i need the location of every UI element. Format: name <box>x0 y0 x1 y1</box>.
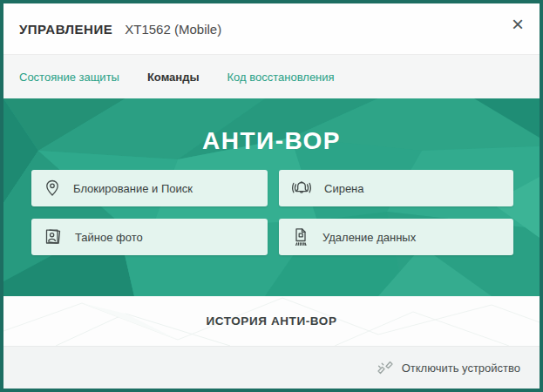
siren-bell-icon <box>290 179 313 198</box>
tab-commands[interactable]: Команды <box>147 71 200 84</box>
data-wipe-button[interactable]: Удаление данных <box>279 219 513 255</box>
dialog-footer: Отключить устройство <box>3 346 540 389</box>
disconnect-label: Отключить устройство <box>402 362 520 375</box>
antitheft-title: АНТИ-ВОР <box>3 127 540 155</box>
close-icon[interactable]: × <box>506 10 529 38</box>
tab-recovery-code[interactable]: Код восстановления <box>227 71 335 84</box>
button-label: Тайное фото <box>75 231 143 244</box>
button-label: Удаление данных <box>322 231 416 244</box>
antitheft-history-section: ИСТОРИЯ АНТИ-ВОР <box>3 296 540 346</box>
button-label: Сирена <box>324 182 364 195</box>
tab-protection-status[interactable]: Состояние защиты <box>19 71 119 84</box>
device-name: XT1562 (Mobile) <box>125 22 221 37</box>
lock-and-locate-button[interactable]: Блокирование и Поиск <box>31 170 268 206</box>
antitheft-section: АНТИ-ВОР Блокирование и Поиск Сирена <box>3 98 540 296</box>
tab-bar: Состояние защиты Команды Код восстановле… <box>3 54 540 98</box>
dialog-header: УПРАВЛЕНИЕ XT1562 (Mobile) × <box>3 3 540 54</box>
secret-photo-button[interactable]: Тайное фото <box>31 219 268 255</box>
siren-button[interactable]: Сирена <box>279 170 513 206</box>
button-label: Блокирование и Поиск <box>73 182 193 195</box>
device-management-dialog: УПРАВЛЕНИЕ XT1562 (Mobile) × Состояние з… <box>0 0 543 392</box>
location-pin-icon <box>43 179 62 198</box>
disconnect-device-button[interactable]: Отключить устройство <box>375 359 520 376</box>
secret-photo-icon <box>43 227 64 247</box>
data-wipe-icon <box>290 226 311 247</box>
disconnect-icon <box>375 359 394 376</box>
history-title: ИСТОРИЯ АНТИ-ВОР <box>206 314 336 328</box>
dialog-title: УПРАВЛЕНИЕ <box>19 22 112 37</box>
